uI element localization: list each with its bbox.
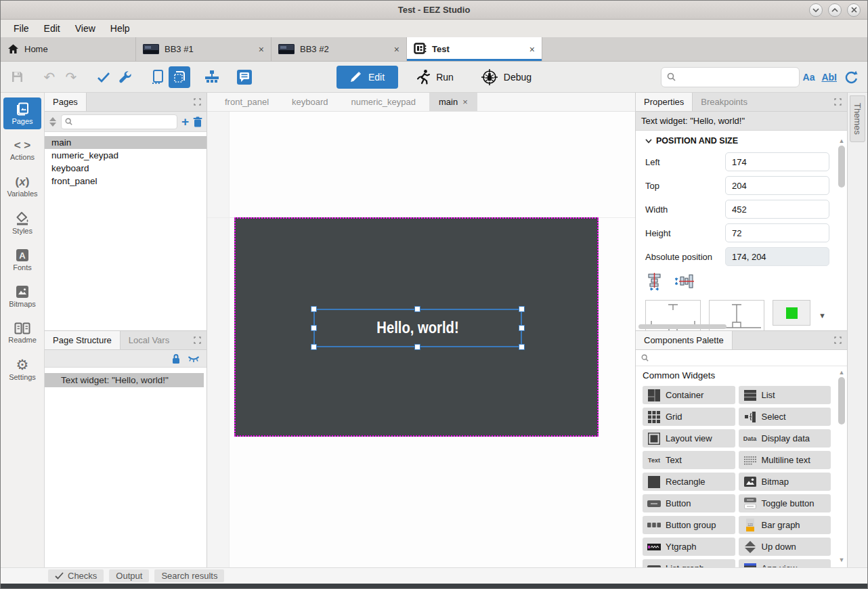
palette-item-ytgraph[interactable]: Ytgraph bbox=[643, 538, 735, 556]
list-item[interactable]: main bbox=[45, 136, 207, 149]
palette-search-box[interactable] bbox=[636, 350, 847, 366]
tab-home[interactable]: Home bbox=[1, 37, 136, 61]
palette-item-list[interactable]: List bbox=[739, 386, 831, 404]
color-swatch-field[interactable] bbox=[773, 300, 810, 326]
scrollbar-thumb[interactable] bbox=[838, 146, 845, 188]
minimize-button[interactable] bbox=[809, 3, 823, 17]
tab-local-vars[interactable]: Local Vars bbox=[121, 331, 177, 349]
list-item[interactable]: front_panel bbox=[45, 175, 207, 188]
scroll-up-arrow-icon[interactable]: ▲ bbox=[839, 369, 845, 376]
resize-handle-nw[interactable] bbox=[311, 306, 317, 312]
design-canvas[interactable]: Hello, world! bbox=[207, 112, 635, 567]
checks-button[interactable]: Checks bbox=[48, 569, 104, 582]
palette-item-button[interactable]: Button bbox=[643, 494, 735, 512]
menu-edit[interactable]: Edit bbox=[38, 22, 66, 35]
sidebar-item-actions[interactable]: < > Actions bbox=[3, 134, 41, 166]
tab-close-icon[interactable]: × bbox=[529, 44, 535, 55]
scroll-up-arrow-icon[interactable]: ▲ bbox=[839, 137, 845, 144]
sidebar-item-settings[interactable]: ⚙ Settings bbox=[3, 353, 41, 385]
scroll-down-arrow-icon[interactable]: ▼ bbox=[819, 311, 826, 320]
height-field[interactable] bbox=[725, 223, 829, 242]
maximize-panel-icon[interactable] bbox=[834, 93, 847, 111]
tab-page-structure[interactable]: Page Structure bbox=[45, 331, 121, 349]
sort-icon[interactable] bbox=[49, 116, 57, 127]
palette-item-list-graph[interactable]: List graph bbox=[643, 559, 735, 567]
match-case-toggle[interactable]: Aa bbox=[800, 72, 819, 83]
menu-file[interactable]: File bbox=[7, 22, 35, 35]
palette-item-layout-view[interactable]: Layout view bbox=[643, 429, 735, 448]
sidebar-item-fonts[interactable]: A Fonts bbox=[3, 244, 41, 276]
palette-item-rectangle[interactable]: Rectangle bbox=[643, 473, 735, 491]
palette-item-button-group[interactable]: Button group bbox=[643, 516, 735, 534]
text-widget[interactable]: Hello, world! bbox=[376, 319, 458, 337]
save-button[interactable] bbox=[6, 66, 28, 88]
comments-button[interactable] bbox=[234, 66, 255, 88]
sidebar-item-styles[interactable]: Styles bbox=[3, 207, 41, 239]
tab-bb3-1[interactable]: BB3 #1 × bbox=[136, 37, 272, 61]
build-wrench-button[interactable] bbox=[114, 66, 136, 88]
tab-close-icon[interactable]: × bbox=[394, 44, 399, 55]
palette-title-tab[interactable]: Components Palette bbox=[636, 331, 733, 349]
tab-properties[interactable]: Properties bbox=[636, 93, 693, 111]
edit-mode-button[interactable]: Edit bbox=[337, 66, 398, 89]
scroll-down-arrow-icon[interactable]: ▼ bbox=[839, 557, 845, 563]
tab-bb3-2[interactable]: BB3 #2 × bbox=[272, 37, 407, 61]
lock-icon[interactable] bbox=[171, 353, 181, 364]
sidebar-item-readme[interactable]: Readme bbox=[3, 317, 41, 349]
add-page-button[interactable]: + bbox=[181, 116, 189, 128]
maximize-panel-icon[interactable] bbox=[834, 331, 847, 349]
tab-close-icon[interactable]: × bbox=[259, 44, 264, 55]
resize-handle-e[interactable] bbox=[519, 325, 525, 331]
palette-item-select[interactable]: Select bbox=[739, 408, 831, 426]
sidebar-item-pages[interactable]: Pages bbox=[3, 97, 41, 129]
left-field[interactable] bbox=[725, 152, 829, 171]
menu-help[interactable]: Help bbox=[104, 22, 136, 35]
palette-item-bitmap[interactable]: Bitmap bbox=[739, 473, 831, 491]
palette-scrollbar[interactable]: ▲ ▼ bbox=[838, 369, 846, 563]
pages-panel-tab[interactable]: Pages bbox=[45, 93, 87, 111]
sidebar-item-bitmaps[interactable]: Bitmaps bbox=[3, 280, 41, 312]
resize-handle-n[interactable] bbox=[414, 306, 420, 312]
tab-close-icon[interactable]: × bbox=[462, 97, 468, 107]
output-button[interactable]: Output bbox=[109, 569, 149, 582]
palette-item-up-down[interactable]: Up down bbox=[739, 538, 831, 556]
structure-flow-button[interactable] bbox=[201, 66, 223, 88]
resize-handle-sw[interactable] bbox=[311, 344, 317, 350]
palette-item-container[interactable]: Container bbox=[643, 386, 735, 404]
align-vertical-icon[interactable] bbox=[675, 273, 694, 290]
menu-view[interactable]: View bbox=[69, 22, 102, 35]
show-widgets-toggle[interactable] bbox=[169, 66, 190, 88]
scrollbar-thumb[interactable] bbox=[838, 377, 845, 424]
search-results-button[interactable]: Search results bbox=[154, 569, 224, 582]
editor-tab-numeric-keypad[interactable]: numeric_keypad bbox=[342, 93, 425, 111]
search-input[interactable] bbox=[680, 72, 794, 82]
redo-button[interactable]: ↷ bbox=[60, 66, 82, 88]
properties-scrollbar[interactable]: ▲ bbox=[838, 137, 846, 321]
tab-test[interactable]: Test × bbox=[407, 37, 542, 61]
check-button[interactable] bbox=[93, 66, 114, 88]
pages-search-input[interactable] bbox=[75, 117, 173, 127]
width-field[interactable] bbox=[725, 200, 829, 219]
editor-tab-main[interactable]: main × bbox=[429, 93, 477, 111]
undo-button[interactable]: ↶ bbox=[39, 66, 60, 88]
structure-tree-item[interactable]: Text widget: "Hello, world!" bbox=[45, 373, 204, 387]
palette-item-multiline-text[interactable]: Multiline text bbox=[739, 451, 831, 469]
palette-item-bar-graph[interactable]: 123Bar graph bbox=[739, 516, 831, 534]
resize-handle-se[interactable] bbox=[519, 344, 525, 350]
palette-item-display-data[interactable]: DataDisplay data bbox=[739, 429, 831, 448]
list-item[interactable]: numeric_keypad bbox=[45, 149, 207, 162]
delete-page-button[interactable] bbox=[193, 116, 202, 127]
hide-eye-icon[interactable] bbox=[188, 355, 200, 363]
palette-item-app-view[interactable]: App view bbox=[739, 559, 831, 567]
palette-item-text[interactable]: TextText bbox=[643, 451, 735, 469]
close-button[interactable] bbox=[847, 3, 861, 17]
refresh-button[interactable] bbox=[840, 66, 862, 88]
resize-handle-w[interactable] bbox=[311, 325, 317, 331]
top-field[interactable] bbox=[725, 176, 829, 195]
palette-item-grid[interactable]: Grid bbox=[643, 408, 735, 426]
align-horizontal-icon[interactable] bbox=[647, 273, 667, 290]
palette-item-toggle-button[interactable]: Toggle button bbox=[739, 494, 831, 512]
text-widget-selection[interactable]: Hello, world! bbox=[313, 309, 522, 347]
debug-mode-button[interactable]: Debug bbox=[473, 66, 540, 89]
run-mode-button[interactable]: Run bbox=[409, 66, 462, 89]
